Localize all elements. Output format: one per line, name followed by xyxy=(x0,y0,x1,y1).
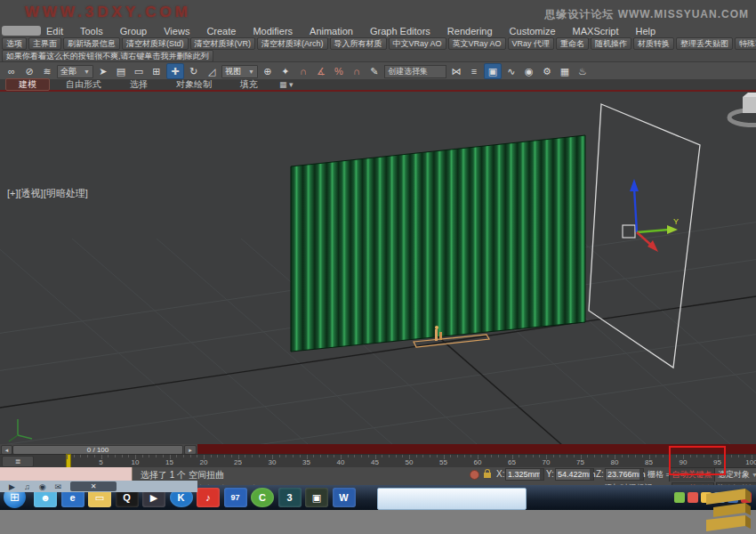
script-long-button[interactable]: 如果你看着这么长的按钮很不爽,请右键单击我并删除此列 xyxy=(2,50,213,62)
spinner-snap-icon[interactable]: ∩ xyxy=(349,64,365,78)
z-coordinate-field[interactable]: 23.766mm xyxy=(605,468,644,481)
music-app-icon[interactable]: ♪ xyxy=(197,488,220,507)
ruler-tick xyxy=(94,455,95,457)
script-button-11[interactable]: 随机操作 xyxy=(591,37,631,50)
tray-icon-0[interactable] xyxy=(674,492,685,503)
script-button-10[interactable]: 重命名 xyxy=(556,37,589,50)
bind-to-spacewarp-icon[interactable]: ≋ xyxy=(39,64,55,78)
maxscript-mini-listener[interactable] xyxy=(0,467,133,481)
script-button-6[interactable]: 导入所有材质 xyxy=(330,37,387,50)
graph-editor-icon[interactable]: ∿ xyxy=(503,64,519,78)
ribbon-tab-建模[interactable]: 建模 xyxy=(5,78,50,91)
mirror-icon[interactable]: ⋈ xyxy=(448,64,464,78)
ruler-tick xyxy=(470,455,471,457)
selection-lock-icon[interactable] xyxy=(484,473,491,478)
y-coordinate-field[interactable]: 54.422mm xyxy=(555,468,594,481)
select-manipulate-icon[interactable]: ✦ xyxy=(277,64,294,78)
menu-customize[interactable]: Customize xyxy=(510,26,556,36)
unlink-selection-icon[interactable]: ⊘ xyxy=(21,64,37,78)
ribbon-tab-填充[interactable]: 填充 xyxy=(228,79,270,90)
percent-snap-icon[interactable]: % xyxy=(331,64,347,78)
application-button[interactable] xyxy=(2,26,41,36)
menu-animation[interactable]: Animation xyxy=(310,26,353,36)
menu-maxscript[interactable]: MAXScript xyxy=(573,26,619,36)
selection-filter-dropdown[interactable]: 全部▼ xyxy=(57,65,93,78)
select-scale-icon[interactable]: ◿ xyxy=(204,64,220,78)
script-button-2[interactable]: 刷新场景信息 xyxy=(63,37,120,50)
named-selection-set-input[interactable]: 创建选择集 xyxy=(384,65,446,78)
select-rotate-icon[interactable]: ↻ xyxy=(186,64,202,78)
script-button-9[interactable]: VRay 代理 xyxy=(508,37,555,50)
script-button-3[interactable]: 清空材质球(Std) xyxy=(122,37,189,50)
align-icon[interactable]: ≡ xyxy=(466,64,482,78)
script-button-4[interactable]: 清空材质球(VR) xyxy=(190,37,256,50)
script-button-7[interactable]: 中文VRay AO xyxy=(389,37,446,50)
ruler-tick xyxy=(498,455,499,457)
plane-object[interactable] xyxy=(589,104,700,368)
app-97-icon[interactable]: 97 xyxy=(224,488,247,507)
ruler-label-35: 35 xyxy=(302,458,310,466)
menu-graph-editors[interactable]: Graph Editors xyxy=(370,26,430,36)
ruler-tick xyxy=(505,455,506,457)
record-icon[interactable]: ◉ xyxy=(39,482,46,491)
material-editor-icon[interactable]: ◉ xyxy=(521,64,537,78)
rectangular-region-icon[interactable]: ▭ xyxy=(131,64,147,78)
script-button-13[interactable]: 整理丢失贴图 xyxy=(676,37,733,50)
3dsmax-icon[interactable]: 3 xyxy=(278,488,302,507)
render-setup-icon[interactable]: ⚙ xyxy=(539,64,555,78)
edit-named-sets-icon[interactable]: ✎ xyxy=(366,64,382,78)
window-crossing-icon[interactable]: ⊞ xyxy=(149,64,165,78)
script-button-8[interactable]: 英文VRay AO xyxy=(448,37,506,50)
menu-views[interactable]: Views xyxy=(164,26,189,36)
perspective-viewport[interactable]: Y [+][透视][明暗处理] xyxy=(0,92,756,444)
menu-modifiers[interactable]: Modifiers xyxy=(253,26,293,36)
music-icon[interactable]: ♫ xyxy=(24,482,30,491)
menu-edit[interactable]: Edit xyxy=(46,26,63,36)
menu-help[interactable]: Help xyxy=(636,26,656,36)
ribbon-tab-对象绘制[interactable]: 对象绘制 xyxy=(164,79,224,90)
script-button-1[interactable]: 主界面 xyxy=(28,37,61,50)
menu-group[interactable]: Group xyxy=(120,26,148,36)
viewport-canvas[interactable]: Y xyxy=(0,92,756,444)
recorder-icon[interactable]: ▣ xyxy=(305,488,328,507)
ribbon-tab-选择[interactable]: 选择 xyxy=(117,79,160,90)
select-and-link-icon[interactable]: ∞ xyxy=(4,64,20,78)
rendered-frame-icon[interactable]: ▦ xyxy=(557,64,573,78)
viewport-label[interactable]: [+][透视][明暗处理] xyxy=(7,187,88,200)
menu-create[interactable]: Create xyxy=(206,26,236,36)
play-icon[interactable]: ▶ xyxy=(9,482,15,491)
script-button-5[interactable]: 清空材质球(Arch) xyxy=(257,37,328,50)
ribbon-more-icon[interactable]: ▦ ▾ xyxy=(279,80,294,89)
floating-mini-toolbar[interactable]: ▶♫◉✉✕ xyxy=(0,481,197,492)
script-button-0[interactable]: 选项 xyxy=(2,37,27,50)
select-move-icon[interactable]: ✚ xyxy=(166,63,184,79)
viewcube[interactable] xyxy=(729,93,756,125)
script-button-14[interactable]: 特殊功能 xyxy=(735,37,756,50)
menu-tools[interactable]: Tools xyxy=(80,26,103,36)
isolate-selection-icon[interactable] xyxy=(470,470,479,480)
word-icon[interactable]: W xyxy=(333,488,356,507)
snap-toggle-icon[interactable]: ∩ xyxy=(295,64,311,78)
select-by-name-icon[interactable]: ▤ xyxy=(113,64,129,78)
layer-manager-icon[interactable]: ▣ xyxy=(484,63,502,79)
mail-icon[interactable]: ✉ xyxy=(55,482,62,491)
use-pivot-center-icon[interactable]: ⊕ xyxy=(260,64,276,78)
x-coordinate-field[interactable]: 1.325mm xyxy=(505,468,544,481)
ruler-tick xyxy=(348,455,349,457)
browser-icon[interactable]: C xyxy=(251,488,274,507)
reference-coordinate-dropdown[interactable]: 视图▼ xyxy=(221,65,258,78)
menu-rendering[interactable]: Rendering xyxy=(447,26,493,36)
angle-snap-icon[interactable]: ∡ xyxy=(313,64,329,78)
active-taskbar-window[interactable] xyxy=(377,488,527,510)
ruler-tick xyxy=(108,455,109,457)
render-production-icon[interactable]: ♨ xyxy=(575,64,591,78)
ribbon-tab-自由形式[interactable]: 自由形式 xyxy=(53,79,114,90)
minibar-close-button[interactable]: ✕ xyxy=(70,481,117,491)
wave-wall-object[interactable] xyxy=(291,135,585,352)
script-button-12[interactable]: 材质转换 xyxy=(633,37,674,50)
mini-curve-editor-button[interactable]: ≣ xyxy=(2,456,34,467)
ruler-tick xyxy=(183,455,184,457)
ruler-tick xyxy=(738,455,739,457)
tray-icon-1[interactable] xyxy=(688,492,698,503)
select-object-icon[interactable]: ➤ xyxy=(95,64,111,78)
